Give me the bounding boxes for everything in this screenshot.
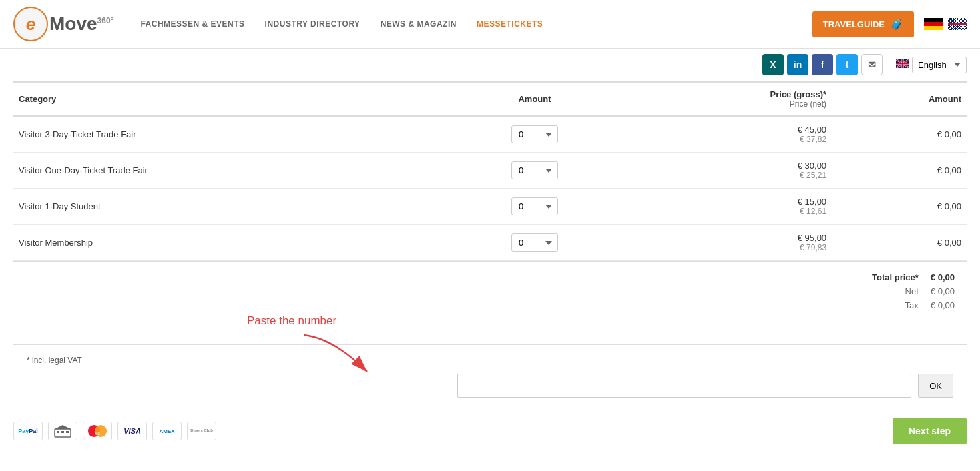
paste-annotation: Paste the number	[247, 314, 381, 380]
payment-section: PayPal MC VISA AMEX	[0, 408, 980, 454]
coupon-row: OK	[13, 370, 967, 401]
tax-label: Tax	[867, 299, 924, 312]
mastercard-icon: MC	[83, 422, 112, 440]
amount-cell: 012345	[446, 225, 624, 261]
svg-rect-11	[57, 431, 59, 433]
total-price-value: € 0,00	[925, 271, 960, 284]
svg-rect-8	[896, 63, 909, 65]
col-header-price-net: Price (net)	[629, 99, 826, 109]
coupon-section: Paste the number * incl. legal VAT OK	[0, 334, 980, 408]
nav-messetickets[interactable]: MESSETICKETS	[477, 19, 543, 29]
facebook-icon[interactable]: f	[812, 54, 833, 75]
amount-select-3[interactable]: 012345	[511, 233, 558, 252]
lang-flag-uk	[896, 59, 909, 70]
payment-icons: PayPal MC VISA AMEX	[13, 422, 216, 440]
ok-button[interactable]: OK	[918, 374, 953, 398]
linkedin-icon[interactable]: in	[787, 54, 808, 75]
col-header-category: Category	[13, 82, 446, 116]
table-row: Visitor One-Day-Ticket Trade Fair 012345…	[13, 153, 967, 189]
category-cell: Visitor 3-Day-Ticket Trade Fair	[13, 116, 446, 153]
coupon-input[interactable]	[457, 374, 911, 398]
paste-arrow	[300, 332, 381, 380]
email-icon[interactable]: ✉	[861, 54, 883, 75]
col-header-amount: Amount	[446, 82, 624, 116]
nav-industry[interactable]: INDUSTRY DIRECTORY	[265, 19, 360, 29]
total-price-label: Total price*	[867, 271, 924, 284]
nav-news[interactable]: NEWS & MAGAZIN	[381, 19, 457, 29]
total-cell: € 0,00	[832, 225, 967, 261]
total-cell: € 0,00	[832, 153, 967, 189]
logo-circle: e	[13, 7, 48, 41]
nav-fachmessen[interactable]: FACHMESSEN & EVENTS	[140, 19, 244, 29]
amount-cell: 012345	[446, 153, 624, 189]
bottom-section: * incl. legal VAT OK	[13, 344, 967, 401]
price-cell: € 30,00 € 25,21	[624, 153, 832, 189]
amount-select-0[interactable]: 012345	[511, 125, 558, 143]
flag-germany[interactable]	[924, 18, 943, 30]
logo-e-letter: e	[26, 14, 35, 35]
bank-transfer-icon	[48, 422, 77, 440]
diners-icon: Diners Club	[187, 422, 216, 440]
svg-rect-12	[61, 431, 64, 433]
suitcase-icon: 🧳	[890, 18, 903, 31]
header: e Move360° FACHMESSEN & EVENTS INDUSTRY …	[0, 0, 980, 49]
category-cell: Visitor One-Day-Ticket Trade Fair	[13, 153, 446, 189]
price-cell: € 45,00 € 37,82	[624, 116, 832, 153]
category-cell: Visitor Membership	[13, 225, 446, 261]
price-cell: € 15,00 € 12,61	[624, 189, 832, 225]
amount-select-2[interactable]: 012345	[511, 197, 558, 215]
net-value: € 0,00	[925, 285, 960, 298]
price-cell: € 95,00 € 79,83	[624, 225, 832, 261]
travelguide-label: TRAVELGUIDE	[823, 19, 885, 29]
xing-icon[interactable]: X	[762, 54, 784, 75]
svg-marker-14	[55, 425, 71, 429]
visa-icon: VISA	[117, 422, 147, 440]
main-nav: FACHMESSEN & EVENTS INDUSTRY DIRECTORY N…	[140, 19, 812, 29]
amount-cell: 012345	[446, 189, 624, 225]
main-content: Category Amount Price (gross)* Price (ne…	[0, 81, 980, 334]
language-select[interactable]: English Deutsch	[912, 57, 967, 73]
paypal-icon: PayPal	[13, 422, 43, 440]
ticket-table: Category Amount Price (gross)* Price (ne…	[13, 81, 967, 261]
logo: e Move360°	[13, 7, 113, 41]
tax-value: € 0,00	[925, 299, 960, 312]
next-step-button[interactable]: Next step	[893, 418, 967, 444]
amex-icon: AMEX	[152, 422, 182, 440]
paste-text: Paste the number	[247, 314, 336, 327]
top-bar: X in f t ✉ English Deutsch	[0, 49, 980, 81]
amount-cell: 012345	[446, 116, 624, 153]
svg-text:MC: MC	[95, 432, 100, 436]
vat-note: * incl. legal VAT	[13, 350, 967, 370]
total-cell: € 0,00	[832, 116, 967, 153]
table-row: Visitor 1-Day Student 012345 € 15,00 € 1…	[13, 189, 967, 225]
flag-uk[interactable]	[948, 18, 967, 30]
col-header-price: Price (gross)* Price (net)	[624, 82, 832, 116]
net-label: Net	[867, 285, 924, 298]
category-cell: Visitor 1-Day Student	[13, 189, 446, 225]
twitter-icon[interactable]: t	[836, 54, 858, 75]
language-selector-container: English Deutsch	[896, 57, 967, 73]
table-row: Visitor 3-Day-Ticket Trade Fair 012345 €…	[13, 116, 967, 153]
amount-select-1[interactable]: 012345	[511, 161, 558, 179]
travelguide-button[interactable]: TRAVELGUIDE 🧳	[812, 11, 914, 37]
language-flags	[924, 18, 967, 30]
total-cell: € 0,00	[832, 189, 967, 225]
svg-rect-13	[66, 431, 69, 433]
logo-move-text: Move360°	[49, 13, 113, 35]
totals-section: Total price* € 0,00 Net € 0,00 Tax € 0,0…	[13, 261, 967, 321]
totals-table: Total price* € 0,00 Net € 0,00 Tax € 0,0…	[865, 270, 961, 313]
col-header-total: Amount	[832, 82, 967, 116]
table-row: Visitor Membership 012345 € 95,00 € 79,8…	[13, 225, 967, 261]
